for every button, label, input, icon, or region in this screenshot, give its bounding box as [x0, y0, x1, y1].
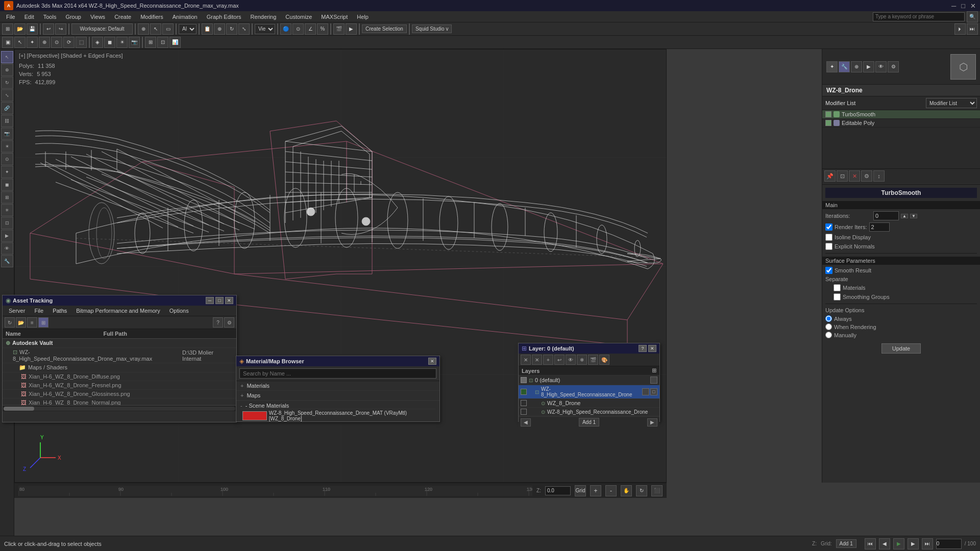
turbosmooth-check[interactable] — [825, 111, 831, 117]
asset-row-glossiness[interactable]: 🖼Xian_H-6_WZ_8_Drone_Glossiness.png — [3, 390, 236, 398]
vp-wire-btn[interactable]: ◈ — [92, 37, 103, 48]
play-btn[interactable]: ⏵ — [954, 23, 966, 35]
menu-rendering[interactable]: Rendering — [247, 13, 281, 21]
render-frame-btn[interactable]: ▶ — [346, 23, 357, 35]
layers-select-in-btn[interactable]: ↩ — [554, 355, 565, 365]
modifier-turbosmooth[interactable]: TurboSmooth — [822, 110, 980, 119]
last-frame-btn[interactable]: ⏭ — [922, 538, 933, 549]
layers-collapse-icon[interactable]: ⊞ — [652, 367, 656, 374]
window-controls[interactable]: ─ □ ✕ — [951, 2, 976, 10]
search-btn[interactable]: 🔍 — [967, 11, 978, 22]
menu-maxscript[interactable]: MAXScript — [317, 13, 352, 21]
vp-tool3[interactable]: ⊕ — [39, 37, 50, 48]
asset-scroll-area[interactable]: ⊕Autodesk Vault ⊡WZ-8_High_Speed_Reconna… — [3, 339, 236, 405]
z-input[interactable] — [545, 486, 571, 495]
rotate-btn[interactable]: ↻ — [226, 23, 237, 35]
new-scene-btn[interactable]: ⊞ — [2, 23, 13, 35]
select-by-name-btn[interactable]: 📋 — [202, 23, 213, 35]
iterations-down[interactable]: ▼ — [910, 214, 917, 218]
asset-menu-server[interactable]: Server — [5, 307, 29, 315]
layers-new-btn[interactable]: ✕ — [521, 355, 531, 365]
asset-col-path[interactable]: Full Path — [100, 329, 236, 339]
menu-file[interactable]: File — [2, 13, 19, 21]
always-radio[interactable] — [825, 315, 832, 322]
tool-effects[interactable]: ✳ — [1, 204, 13, 216]
modifier-editable-poly[interactable]: Editable Poly — [822, 119, 980, 128]
layers-scroll-down[interactable]: ▶ — [647, 418, 657, 427]
layers-render-btn[interactable]: 🎬 — [588, 355, 598, 365]
layers-color-btn[interactable]: 🎨 — [599, 355, 609, 365]
modifier-dropdown[interactable]: Modifier List — [926, 98, 977, 108]
layers-close-btn[interactable]: ✕ — [648, 345, 656, 352]
asset-scrollbar-thumb[interactable] — [4, 407, 34, 411]
asset-row-vault[interactable]: ⊕Autodesk Vault — [3, 339, 236, 348]
render-iters-check[interactable] — [825, 223, 832, 231]
hierarchy-tab[interactable]: ⊕ — [851, 61, 862, 72]
asset-row-diffuse[interactable]: 🖼Xian_H-6_WZ_8_Drone_Diffuse.png — [3, 372, 236, 381]
transform-btn[interactable]: ⊕ — [214, 23, 225, 35]
add-btn[interactable]: Add 1 — [836, 539, 856, 548]
config-btn[interactable]: ⚙ — [861, 170, 872, 182]
asset-row-maxfile[interactable]: ⊡WZ-8_High_Speed_Reconnaissance_Drone_ma… — [3, 348, 236, 363]
vp-shade-btn[interactable]: ◼ — [104, 37, 115, 48]
tool-light[interactable]: ☀ — [1, 140, 13, 153]
open-file-btn[interactable]: 📂 — [14, 23, 26, 35]
modifiers-btn[interactable]: ↕ — [873, 170, 885, 182]
editable-poly-check[interactable] — [825, 120, 831, 126]
filter-select[interactable]: All — [179, 24, 197, 34]
layer-hide-drone-group[interactable] — [642, 388, 649, 395]
scene-materials-header[interactable]: - - Scene Materials — [240, 403, 435, 409]
smooth-result-check[interactable] — [825, 267, 832, 274]
play-anim-btn[interactable]: ▶ — [893, 538, 904, 549]
tool-move[interactable]: ⊕ — [1, 64, 13, 76]
vp-grid-btn[interactable]: ⊞ — [145, 37, 156, 48]
menu-animation[interactable]: Animation — [168, 13, 202, 21]
tool-systems[interactable]: ⊞ — [1, 191, 13, 204]
layers-delete-btn[interactable]: ✕ — [532, 355, 542, 365]
vp-tool2[interactable]: ✦ — [27, 37, 38, 48]
tool-utilities[interactable]: 🔧 — [1, 255, 13, 267]
material-close-btn[interactable]: ✕ — [428, 358, 436, 365]
close-btn[interactable]: ✕ — [970, 2, 976, 10]
menu-group[interactable]: Group — [61, 13, 85, 21]
menu-views[interactable]: Views — [86, 13, 109, 21]
asset-menu-bitmap[interactable]: Bitmap Performance and Memory — [72, 307, 164, 315]
frame-input[interactable] — [936, 539, 962, 549]
select-all-btn[interactable]: ⊕ — [138, 23, 149, 35]
menu-edit[interactable]: Edit — [20, 13, 38, 21]
asset-detail-view-btn[interactable]: ⊞ — [38, 317, 48, 328]
layer-row-recon[interactable]: ⊙ WZ-8_High_Speed_Reconnaissance_Drone — [519, 408, 659, 416]
when-rendering-radio[interactable] — [825, 323, 832, 330]
asset-list-view-btn[interactable]: ≡ — [27, 317, 37, 328]
explicit-normals-check[interactable] — [825, 243, 832, 250]
magnet-btn[interactable]: 🔵 — [280, 23, 291, 35]
tool-motion[interactable]: ▶ — [1, 230, 13, 242]
tool-shapes[interactable]: ✦ — [1, 166, 13, 178]
asset-menu-file[interactable]: File — [30, 307, 47, 315]
asset-settings-btn[interactable]: ⚙ — [224, 317, 234, 328]
vp-zoom-in-btn[interactable]: + — [590, 485, 601, 496]
tool-camera[interactable]: 📷 — [1, 128, 13, 140]
asset-menu-options[interactable]: Options — [165, 307, 193, 315]
vp-maximize-btn[interactable]: ⬚ — [76, 37, 87, 48]
layers-hide-btn[interactable]: 👁 — [566, 355, 576, 365]
tool-rotate[interactable]: ↻ — [1, 77, 13, 89]
squid-studio-btn[interactable]: Squid Studio v — [412, 24, 452, 33]
materials-section[interactable]: + Materials — [236, 381, 439, 391]
layers-add-btn[interactable]: Add 1 — [579, 418, 599, 427]
view-select[interactable]: View — [255, 24, 275, 34]
asset-close-btn[interactable]: ✕ — [225, 297, 233, 304]
asset-panel-header[interactable]: ◉ Asset Tracking ─ □ ✕ — [3, 295, 236, 306]
tool-select[interactable]: ↖ — [1, 51, 13, 63]
maps-section[interactable]: + Maps — [236, 391, 439, 400]
vp-tool5[interactable]: ⟳ — [63, 37, 75, 48]
layer-row-drone-group[interactable]: ⊡ WZ-8_High_Speed_Reconnaissance_Drone □ — [519, 385, 659, 399]
tool-helper[interactable]: ⊙ — [1, 153, 13, 165]
tool-link[interactable]: 🔗 — [1, 102, 13, 114]
tool-display[interactable]: 👁 — [1, 242, 13, 255]
vp-pan-btn[interactable]: ✋ — [621, 485, 632, 496]
redo-btn[interactable]: ↪ — [55, 23, 66, 35]
tool-unlink[interactable]: ⛓ — [1, 115, 13, 127]
vp-tool4[interactable]: ⊙ — [51, 37, 62, 48]
snap-cycle-btn[interactable]: ⊙ — [292, 23, 304, 35]
